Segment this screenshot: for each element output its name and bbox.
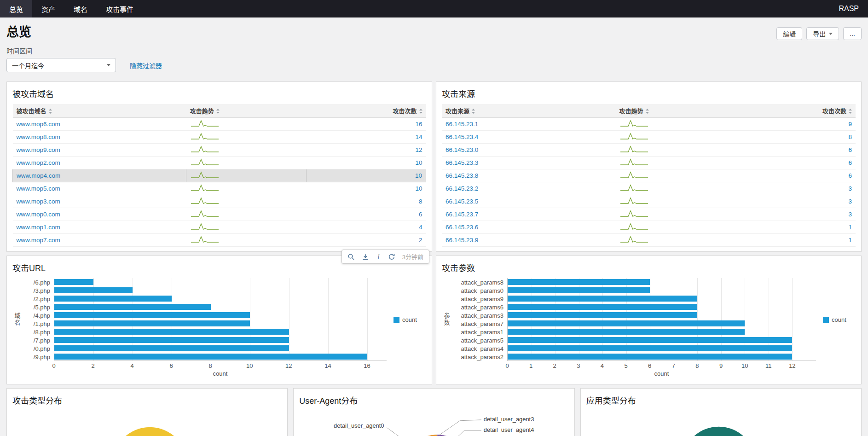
table-row[interactable]: www.mop4.com10 — [13, 169, 426, 182]
pie-slice[interactable] — [682, 427, 756, 436]
table-row[interactable]: 66.145.23.06 — [442, 144, 856, 157]
download-icon[interactable] — [362, 253, 369, 261]
refresh-icon[interactable] — [388, 253, 395, 261]
column-header[interactable]: 攻击趋势 — [186, 104, 306, 118]
bar[interactable] — [54, 287, 133, 293]
table-row[interactable]: 66.145.23.23 — [442, 182, 856, 195]
table-row[interactable]: www.mop5.com10 — [13, 182, 426, 195]
table-row[interactable]: 66.145.23.48 — [442, 131, 856, 144]
table-row[interactable]: 66.145.23.36 — [442, 157, 856, 169]
bar[interactable] — [508, 354, 792, 360]
hide-filters-link[interactable]: 隐藏过滤器 — [130, 61, 162, 70]
table-row[interactable]: 66.145.23.73 — [442, 208, 856, 221]
domain-link[interactable]: www.mop8.com — [17, 134, 60, 140]
domain-link[interactable]: www.mop5.com — [17, 185, 60, 192]
domain-link[interactable]: www.mop6.com — [17, 121, 60, 128]
bar[interactable] — [508, 296, 697, 302]
nav-tab-0[interactable]: 总览 — [0, 0, 32, 17]
trend-cell — [616, 221, 736, 234]
domain-link[interactable]: www.mop1.com — [17, 224, 60, 231]
source-link[interactable]: 66.145.23.2 — [446, 185, 478, 192]
bar[interactable] — [508, 279, 650, 285]
bar-chart: 参数attack_params8attack_params0attack_par… — [442, 278, 856, 379]
pie-slice[interactable] — [112, 427, 187, 436]
zoom-icon[interactable] — [347, 253, 355, 261]
trend-sparkline — [619, 132, 649, 140]
table-row[interactable]: 66.145.23.61 — [442, 221, 856, 234]
edit-button[interactable]: 编辑 — [776, 27, 802, 40]
bar[interactable] — [508, 287, 650, 293]
export-button-label: 导出 — [813, 29, 826, 38]
table-row[interactable]: www.mop6.com16 — [13, 118, 426, 131]
domain-link[interactable]: www.mop3.com — [17, 198, 60, 205]
pie-slice-detail_user_agent0[interactable] — [403, 435, 437, 436]
column-header[interactable]: 攻击次数 — [306, 104, 426, 118]
pies-row: 攻击类型分布 User-Agent分布 detail_user_agent3de… — [6, 388, 862, 436]
time-range-select[interactable]: 一个月迄今 — [6, 58, 116, 72]
table-row[interactable]: 66.145.23.86 — [442, 169, 856, 182]
trend-cell — [186, 157, 306, 169]
export-button[interactable]: 导出 — [806, 27, 839, 40]
info-icon[interactable]: i — [376, 253, 381, 261]
bar[interactable] — [508, 345, 792, 351]
table-row[interactable]: 66.145.23.53 — [442, 195, 856, 208]
table-row[interactable]: www.mop8.com14 — [13, 131, 426, 144]
table-row[interactable]: www.mop0.com6 — [13, 208, 426, 221]
column-header[interactable]: 攻击趋势 — [616, 104, 736, 118]
bar[interactable] — [508, 337, 792, 343]
trend-sparkline — [190, 209, 220, 218]
nav-tab-1[interactable]: 资产 — [32, 0, 64, 17]
source-link[interactable]: 66.145.23.8 — [446, 172, 478, 179]
source-link[interactable]: 66.145.23.3 — [446, 159, 478, 166]
nav-tab-3[interactable]: 攻击事件 — [97, 0, 143, 17]
table-row[interactable]: www.mop3.com8 — [13, 195, 426, 208]
source-link[interactable]: 66.145.23.4 — [446, 134, 478, 140]
bar[interactable] — [54, 312, 250, 318]
bar[interactable] — [508, 304, 697, 310]
tick-label: 4 — [601, 362, 604, 369]
domain-link[interactable]: www.mop4.com — [17, 172, 60, 179]
bar[interactable] — [54, 279, 93, 285]
table-row[interactable]: www.mop2.com10 — [13, 157, 426, 169]
source-link[interactable]: 66.145.23.1 — [446, 121, 478, 128]
bar[interactable] — [508, 329, 745, 335]
charts-row: i 3分钟前 攻击URL 域名/6.php/3.php/2.php/5.php/… — [6, 256, 862, 384]
column-header[interactable]: 攻击次数 — [735, 104, 856, 118]
domain-link[interactable]: www.mop2.com — [17, 159, 60, 166]
bar[interactable] — [54, 320, 250, 326]
column-header[interactable]: 被攻击域名 — [13, 104, 186, 118]
trend-cell — [616, 157, 736, 169]
source-link[interactable]: 66.145.23.9 — [446, 237, 478, 244]
bar[interactable] — [54, 337, 289, 343]
source-link[interactable]: 66.145.23.7 — [446, 211, 478, 218]
domain-link[interactable]: www.mop0.com — [17, 211, 60, 218]
bar[interactable] — [54, 296, 172, 302]
table-row[interactable]: 66.145.23.91 — [442, 234, 856, 247]
table-row[interactable]: www.mop1.com4 — [13, 221, 426, 234]
legend-item[interactable]: count — [393, 316, 417, 323]
legend-label: count — [832, 316, 846, 323]
bar[interactable] — [508, 320, 745, 326]
nav-tab-2[interactable]: 域名 — [64, 0, 97, 17]
table-row[interactable]: www.mop9.com12 — [13, 144, 426, 157]
source-link[interactable]: 66.145.23.0 — [446, 146, 478, 153]
category-label: attack_params9 — [451, 295, 507, 303]
tick-label: 5 — [624, 362, 627, 369]
bar[interactable] — [54, 329, 289, 335]
domain-link[interactable]: www.mop9.com — [17, 146, 60, 153]
table-row[interactable]: 66.145.23.19 — [442, 118, 856, 131]
table-row[interactable]: www.mop7.com2 — [13, 234, 426, 247]
source-link[interactable]: 66.145.23.5 — [446, 198, 478, 205]
source-link[interactable]: 66.145.23.6 — [446, 224, 478, 231]
trend-sparkline — [619, 184, 649, 192]
trend-cell — [186, 221, 306, 234]
legend-item[interactable]: count — [823, 316, 846, 323]
bar[interactable] — [54, 304, 211, 310]
domain-link[interactable]: www.mop7.com — [17, 237, 60, 244]
bar[interactable] — [508, 312, 697, 318]
trend-sparkline — [190, 119, 220, 128]
column-header[interactable]: 攻击来源 — [442, 104, 616, 118]
more-button[interactable]: ... — [843, 27, 862, 40]
bar[interactable] — [54, 354, 367, 360]
bar[interactable] — [54, 345, 289, 351]
